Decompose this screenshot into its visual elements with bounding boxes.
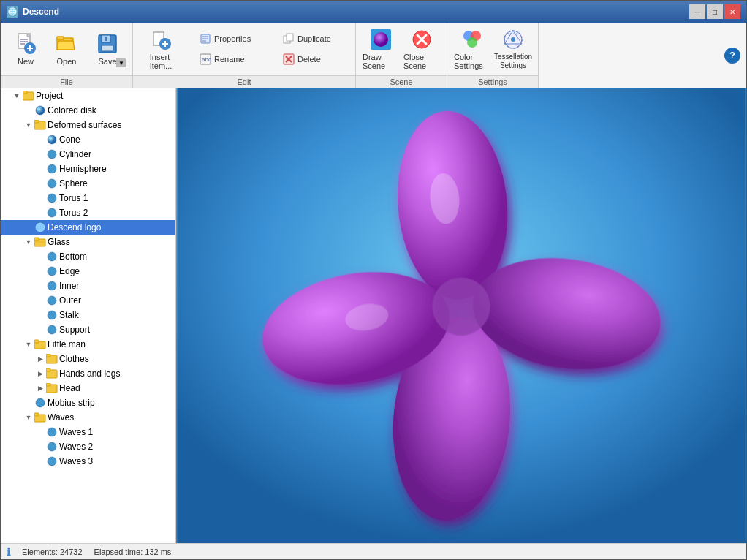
folder-icon xyxy=(46,382,58,394)
settings-group-label: Settings xyxy=(447,75,538,88)
insert-label: InsertItem... xyxy=(150,53,172,70)
new-icon xyxy=(14,32,37,56)
tree-item-outer[interactable]: Outer xyxy=(1,293,175,308)
sphere-icon xyxy=(34,397,46,409)
svg-point-75 xyxy=(48,442,56,451)
tree-item-waves1[interactable]: Waves 1 xyxy=(1,425,175,439)
small-buttons-group: Properties abc Rename xyxy=(189,26,266,72)
sphere-icon xyxy=(46,441,58,453)
tree-item-torus1[interactable]: Torus 1 xyxy=(1,191,175,205)
color-settings-button[interactable]: Color Settings xyxy=(453,26,491,72)
sphere-icon xyxy=(46,295,58,306)
properties-button[interactable]: Properties xyxy=(194,29,260,48)
svg-rect-68 xyxy=(46,368,50,371)
close-scene-icon xyxy=(410,28,433,51)
svg-point-49 xyxy=(48,150,56,159)
tree-item-colored-disk[interactable]: Colored disk xyxy=(1,103,175,118)
tree-item-mobius[interactable]: Mobius strip xyxy=(1,396,175,410)
delete-button[interactable]: Delete xyxy=(278,50,344,69)
svg-rect-64 xyxy=(34,340,39,343)
tree-item-hemisphere[interactable]: Hemisphere xyxy=(1,162,175,176)
tree-item-bottom[interactable]: Bottom xyxy=(1,249,175,264)
tree-item-hands-legs[interactable]: ▶ Hands and legs xyxy=(1,366,175,381)
spacer xyxy=(24,106,33,115)
tree-item-torus2[interactable]: Torus 2 xyxy=(1,205,175,220)
tree-item-glass[interactable]: ▼ Glass xyxy=(1,235,175,249)
svg-rect-44 xyxy=(23,91,27,94)
help-button[interactable]: ? xyxy=(724,48,740,64)
elements-count: Elements: 24732 xyxy=(22,548,83,556)
tree-item-waves[interactable]: ▼ Waves xyxy=(1,410,175,425)
tree-item-support[interactable]: Support xyxy=(1,322,175,337)
sphere-icon xyxy=(46,280,58,292)
tree-item-head[interactable]: ▶ Head xyxy=(1,381,175,396)
new-button[interactable]: New xyxy=(7,26,45,72)
close-scene-button[interactable]: Close Scene xyxy=(403,26,441,72)
tree-item-cylinder[interactable]: Cylinder xyxy=(1,147,175,162)
toolbar: New Open xyxy=(1,23,746,88)
sphere-icon xyxy=(46,192,58,204)
svg-point-61 xyxy=(48,311,56,319)
expand-icon: ▼ xyxy=(12,91,21,100)
scene-group-label: Scene xyxy=(356,75,447,88)
duplicate-icon xyxy=(283,33,295,45)
tree-item-clothes[interactable]: ▶ Clothes xyxy=(1,352,175,366)
svg-point-71 xyxy=(36,398,45,407)
svg-point-74 xyxy=(48,428,56,436)
folder-icon xyxy=(46,368,58,379)
folder-open-icon xyxy=(34,338,46,350)
delete-label: Delete xyxy=(297,55,321,64)
viewport[interactable] xyxy=(176,88,746,543)
svg-point-41 xyxy=(511,37,515,42)
svg-rect-27 xyxy=(287,34,293,41)
tree-item-little-man[interactable]: ▼ Little man xyxy=(1,337,175,352)
app-icon xyxy=(7,6,18,18)
draw-scene-icon xyxy=(369,28,393,51)
tessellation-settings-button[interactable]: Tessellation Settings xyxy=(494,26,532,72)
close-button[interactable]: ✕ xyxy=(724,4,740,19)
new-label: New xyxy=(18,57,34,66)
tree-panel[interactable]: ▼ Project Colored dis xyxy=(1,88,176,543)
window-title: Descend xyxy=(23,7,689,17)
edit-group-label: Edit xyxy=(133,75,355,88)
duplicate-button[interactable]: Duplicate xyxy=(278,29,344,48)
svg-point-52 xyxy=(48,194,56,203)
maximize-button[interactable]: □ xyxy=(707,4,723,19)
minimize-button[interactable]: ─ xyxy=(689,4,705,19)
insert-icon xyxy=(149,28,172,51)
properties-icon xyxy=(200,33,211,45)
tree-item-deformed-surfaces[interactable]: ▼ Deformed surfaces xyxy=(1,118,175,132)
tree-item-descend-logo[interactable]: Descend logo xyxy=(1,220,175,235)
svg-point-57 xyxy=(48,252,56,261)
rename-icon: abc xyxy=(200,53,211,65)
elapsed-time: Elapsed time: 132 ms xyxy=(94,548,172,556)
tree-item-cone[interactable]: Cone xyxy=(1,132,175,147)
close-scene-label: Close Scene xyxy=(403,53,440,70)
tree-item-sphere[interactable]: Sphere xyxy=(1,176,175,191)
sphere-icon xyxy=(46,207,58,219)
svg-point-62 xyxy=(48,325,56,334)
insert-item-button[interactable]: InsertItem... xyxy=(139,26,183,72)
tree-item-waves3[interactable]: Waves 3 xyxy=(1,454,175,469)
tree-item-waves2[interactable]: Waves 2 xyxy=(1,439,175,454)
colored-disk-label: Colored disk xyxy=(48,105,175,116)
status-bar: ℹ Elements: 24732 Elapsed time: 132 ms xyxy=(1,543,746,559)
3d-scene xyxy=(176,88,746,543)
sphere-icon xyxy=(46,148,58,160)
color-settings-label: Color Settings xyxy=(454,53,490,70)
draw-scene-button[interactable]: Draw Scene xyxy=(362,26,400,72)
tree-item-project[interactable]: ▼ Project xyxy=(1,88,175,103)
properties-label: Properties xyxy=(214,34,251,43)
toolbar-scene-group: Draw Scene Close Scene Scene xyxy=(356,23,447,88)
info-icon: ℹ xyxy=(7,546,10,558)
tree-item-edge[interactable]: Edge xyxy=(1,264,175,279)
open-button[interactable]: Open xyxy=(48,26,86,72)
tree-item-inner[interactable]: Inner xyxy=(1,279,175,293)
rename-button[interactable]: abc Rename xyxy=(194,50,260,69)
expand-icon: ▼ xyxy=(24,121,33,129)
main-area: ▼ Project Colored dis xyxy=(1,88,746,543)
tree-item-stalk[interactable]: Stalk xyxy=(1,308,175,322)
sphere-icon xyxy=(34,222,46,233)
save-dropdown[interactable]: ▼ xyxy=(116,58,126,67)
rename-label: Rename xyxy=(214,55,245,64)
